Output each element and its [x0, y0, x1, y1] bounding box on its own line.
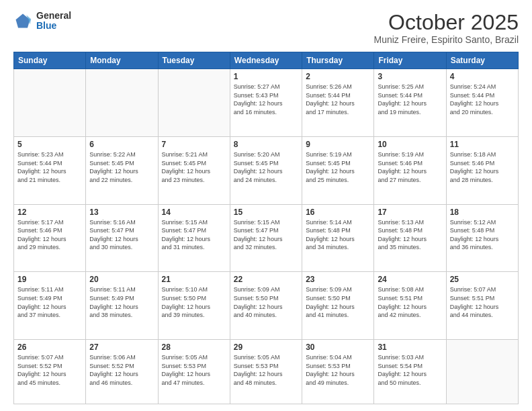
day-number: 17 — [378, 208, 442, 217]
day-cell: 5Sunrise: 5:23 AM Sunset: 5:44 PM Daylig… — [14, 136, 86, 204]
day-cell: 27Sunrise: 5:06 AM Sunset: 5:52 PM Dayli… — [86, 340, 158, 404]
day-number: 6 — [89, 140, 154, 149]
day-number: 5 — [17, 140, 82, 149]
day-number: 7 — [162, 140, 226, 149]
day-cell: 9Sunrise: 5:19 AM Sunset: 5:45 PM Daylig… — [302, 136, 374, 204]
day-info: Sunrise: 5:27 AM Sunset: 5:43 PM Dayligh… — [234, 83, 298, 116]
day-cell — [446, 340, 518, 404]
day-info: Sunrise: 5:26 AM Sunset: 5:44 PM Dayligh… — [306, 83, 370, 116]
logo-icon — [13, 11, 32, 30]
day-number: 23 — [306, 275, 370, 284]
day-cell — [86, 69, 158, 137]
day-info: Sunrise: 5:06 AM Sunset: 5:52 PM Dayligh… — [89, 353, 154, 387]
month-title: October 2025 — [373, 11, 519, 34]
day-cell: 30Sunrise: 5:04 AM Sunset: 5:53 PM Dayli… — [302, 340, 374, 404]
day-info: Sunrise: 5:15 AM Sunset: 5:47 PM Dayligh… — [162, 218, 226, 252]
day-info: Sunrise: 5:07 AM Sunset: 5:52 PM Dayligh… — [17, 353, 82, 387]
day-info: Sunrise: 5:20 AM Sunset: 5:45 PM Dayligh… — [234, 150, 298, 184]
page: General Blue October 2025 Muniz Freire, … — [0, 0, 532, 411]
day-cell — [14, 69, 86, 137]
day-info: Sunrise: 5:03 AM Sunset: 5:54 PM Dayligh… — [378, 353, 442, 387]
day-cell: 28Sunrise: 5:05 AM Sunset: 5:53 PM Dayli… — [158, 340, 230, 404]
day-cell: 24Sunrise: 5:08 AM Sunset: 5:51 PM Dayli… — [374, 272, 446, 340]
day-cell: 14Sunrise: 5:15 AM Sunset: 5:47 PM Dayli… — [158, 204, 230, 272]
day-number: 11 — [450, 140, 515, 149]
day-info: Sunrise: 5:13 AM Sunset: 5:48 PM Dayligh… — [378, 218, 442, 252]
day-info: Sunrise: 5:07 AM Sunset: 5:51 PM Dayligh… — [450, 285, 515, 319]
day-cell: 2Sunrise: 5:26 AM Sunset: 5:44 PM Daylig… — [302, 69, 374, 137]
day-number: 8 — [234, 140, 298, 149]
day-cell: 21Sunrise: 5:10 AM Sunset: 5:50 PM Dayli… — [158, 272, 230, 340]
week-row-4: 26Sunrise: 5:07 AM Sunset: 5:52 PM Dayli… — [14, 340, 519, 404]
day-cell: 26Sunrise: 5:07 AM Sunset: 5:52 PM Dayli… — [14, 340, 86, 404]
logo-general: General — [36, 11, 71, 21]
day-number: 19 — [17, 275, 82, 284]
day-info: Sunrise: 5:19 AM Sunset: 5:45 PM Dayligh… — [306, 150, 370, 184]
day-number: 22 — [234, 275, 298, 284]
day-number: 9 — [306, 140, 370, 149]
day-info: Sunrise: 5:17 AM Sunset: 5:46 PM Dayligh… — [17, 218, 82, 252]
day-number: 12 — [17, 208, 82, 217]
day-cell: 1Sunrise: 5:27 AM Sunset: 5:43 PM Daylig… — [230, 69, 302, 137]
day-info: Sunrise: 5:24 AM Sunset: 5:44 PM Dayligh… — [450, 83, 515, 116]
day-info: Sunrise: 5:05 AM Sunset: 5:53 PM Dayligh… — [162, 353, 226, 387]
day-cell: 15Sunrise: 5:15 AM Sunset: 5:47 PM Dayli… — [230, 204, 302, 272]
logo-blue: Blue — [36, 21, 71, 31]
day-number: 21 — [162, 275, 226, 284]
day-number: 10 — [378, 140, 442, 149]
day-number: 28 — [162, 342, 226, 352]
weekday-header-tuesday: Tuesday — [158, 52, 230, 69]
weekday-header-sunday: Sunday — [14, 52, 86, 69]
day-cell: 11Sunrise: 5:18 AM Sunset: 5:46 PM Dayli… — [446, 136, 518, 204]
week-row-0: 1Sunrise: 5:27 AM Sunset: 5:43 PM Daylig… — [14, 69, 519, 137]
week-row-1: 5Sunrise: 5:23 AM Sunset: 5:44 PM Daylig… — [14, 136, 519, 204]
day-cell: 7Sunrise: 5:21 AM Sunset: 5:45 PM Daylig… — [158, 136, 230, 204]
day-cell: 10Sunrise: 5:19 AM Sunset: 5:46 PM Dayli… — [374, 136, 446, 204]
week-row-2: 12Sunrise: 5:17 AM Sunset: 5:46 PM Dayli… — [14, 204, 519, 272]
day-info: Sunrise: 5:16 AM Sunset: 5:47 PM Dayligh… — [89, 218, 154, 252]
day-info: Sunrise: 5:15 AM Sunset: 5:47 PM Dayligh… — [234, 218, 298, 252]
day-info: Sunrise: 5:25 AM Sunset: 5:44 PM Dayligh… — [378, 83, 442, 116]
day-number: 24 — [378, 275, 442, 284]
day-cell: 25Sunrise: 5:07 AM Sunset: 5:51 PM Dayli… — [446, 272, 518, 340]
day-info: Sunrise: 5:05 AM Sunset: 5:53 PM Dayligh… — [234, 353, 298, 387]
day-number: 2 — [306, 72, 370, 81]
day-info: Sunrise: 5:11 AM Sunset: 5:49 PM Dayligh… — [89, 285, 154, 319]
day-cell: 20Sunrise: 5:11 AM Sunset: 5:49 PM Dayli… — [86, 272, 158, 340]
day-cell: 13Sunrise: 5:16 AM Sunset: 5:47 PM Dayli… — [86, 204, 158, 272]
logo-text: General Blue — [36, 11, 71, 32]
day-cell: 22Sunrise: 5:09 AM Sunset: 5:50 PM Dayli… — [230, 272, 302, 340]
header: General Blue October 2025 Muniz Freire, … — [13, 11, 519, 45]
weekday-header-wednesday: Wednesday — [230, 52, 302, 69]
day-cell: 16Sunrise: 5:14 AM Sunset: 5:48 PM Dayli… — [302, 204, 374, 272]
day-info: Sunrise: 5:12 AM Sunset: 5:48 PM Dayligh… — [450, 218, 515, 252]
day-cell: 29Sunrise: 5:05 AM Sunset: 5:53 PM Dayli… — [230, 340, 302, 404]
day-number: 14 — [162, 208, 226, 217]
day-cell: 18Sunrise: 5:12 AM Sunset: 5:48 PM Dayli… — [446, 204, 518, 272]
day-number: 27 — [89, 342, 154, 352]
day-info: Sunrise: 5:23 AM Sunset: 5:44 PM Dayligh… — [17, 150, 82, 184]
day-info: Sunrise: 5:10 AM Sunset: 5:50 PM Dayligh… — [162, 285, 226, 319]
day-number: 20 — [89, 275, 154, 284]
day-number: 13 — [89, 208, 154, 217]
logo: General Blue — [13, 11, 71, 32]
calendar-table: SundayMondayTuesdayWednesdayThursdayFrid… — [13, 52, 519, 404]
day-cell: 23Sunrise: 5:09 AM Sunset: 5:50 PM Dayli… — [302, 272, 374, 340]
day-number: 16 — [306, 208, 370, 217]
day-number: 26 — [17, 342, 82, 352]
day-number: 1 — [234, 72, 298, 81]
day-cell: 6Sunrise: 5:22 AM Sunset: 5:45 PM Daylig… — [86, 136, 158, 204]
day-cell: 8Sunrise: 5:20 AM Sunset: 5:45 PM Daylig… — [230, 136, 302, 204]
day-number: 3 — [378, 72, 442, 81]
day-info: Sunrise: 5:04 AM Sunset: 5:53 PM Dayligh… — [306, 353, 370, 387]
day-cell: 19Sunrise: 5:11 AM Sunset: 5:49 PM Dayli… — [14, 272, 86, 340]
day-info: Sunrise: 5:21 AM Sunset: 5:45 PM Dayligh… — [162, 150, 226, 184]
day-info: Sunrise: 5:18 AM Sunset: 5:46 PM Dayligh… — [450, 150, 515, 184]
day-number: 29 — [234, 342, 298, 352]
day-cell — [158, 69, 230, 137]
svg-marker-0 — [16, 14, 30, 28]
day-number: 31 — [378, 342, 442, 352]
weekday-header-row: SundayMondayTuesdayWednesdayThursdayFrid… — [14, 52, 519, 69]
day-number: 4 — [450, 72, 515, 81]
day-info: Sunrise: 5:14 AM Sunset: 5:48 PM Dayligh… — [306, 218, 370, 252]
